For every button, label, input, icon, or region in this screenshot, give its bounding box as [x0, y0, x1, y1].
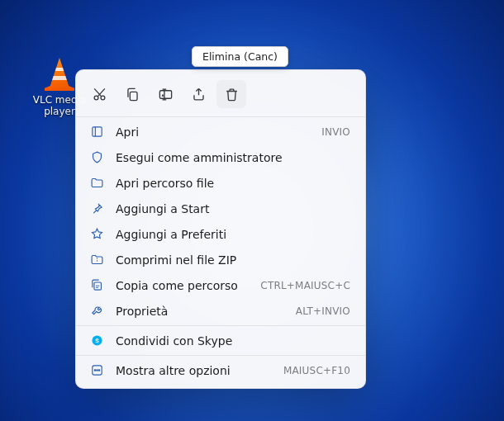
- menu-item-compress-zip[interactable]: Comprimi nel file ZIP: [76, 247, 365, 272]
- menu-item-label: Mostra altre opzioni: [116, 365, 272, 376]
- copy-path-icon: [89, 278, 104, 293]
- open-icon: [89, 125, 104, 140]
- menu-item-label: Comprimi nel file ZIP: [116, 254, 350, 266]
- svg-rect-4: [92, 127, 101, 136]
- share-icon: [191, 87, 207, 102]
- tooltip-text: Elimina (Canc): [202, 50, 278, 63]
- menu-item-pin-favorites[interactable]: Aggiungi a Preferiti: [76, 221, 365, 247]
- menu-item-shortcut: MAIUSC+F10: [283, 366, 350, 376]
- rename-icon: [158, 87, 174, 102]
- menu-item-label: Aggiungi a Start: [116, 203, 350, 215]
- menu-item-shortcut: INVIO: [321, 127, 350, 137]
- menu-item-run-admin[interactable]: Esegui come amministratore: [76, 144, 365, 170]
- tooltip-delete: Elimina (Canc): [192, 46, 288, 67]
- menu-item-shortcut: CTRL+MAIUSC+C: [260, 281, 350, 291]
- separator: [76, 116, 365, 117]
- delete-button[interactable]: [216, 80, 246, 108]
- menu-item-properties[interactable]: Proprietà ALT+INVIO: [76, 298, 365, 324]
- wrench-icon: [89, 304, 104, 319]
- vlc-cone-icon: [43, 58, 76, 91]
- menu-item-open-location[interactable]: Apri percorso file: [76, 170, 365, 196]
- menu-item-copy-as-path[interactable]: Copia come percorso CTRL+MAIUSC+C: [76, 272, 365, 298]
- svg-point-10: [98, 370, 99, 371]
- share-button[interactable]: [183, 80, 213, 108]
- quick-action-row: [76, 75, 365, 115]
- separator: [76, 325, 365, 326]
- menu-item-label: Condividi con Skype: [116, 335, 350, 347]
- svg-rect-3: [159, 90, 171, 98]
- svg-point-9: [96, 370, 97, 371]
- menu-item-label: Copia come percorso: [116, 280, 249, 291]
- cut-icon: [92, 87, 107, 102]
- copy-icon: [125, 87, 140, 102]
- menu-item-label: Apri: [116, 126, 310, 138]
- menu-item-label: Esegui come amministratore: [116, 152, 350, 163]
- menu-item-open[interactable]: Apri INVIO: [76, 119, 365, 144]
- context-menu: Apri INVIO Esegui come amministratore Ap…: [75, 69, 366, 389]
- folder-icon: [89, 176, 104, 191]
- more-icon: [89, 363, 104, 378]
- svg-point-8: [94, 370, 95, 371]
- menu-item-label: Proprietà: [116, 305, 284, 317]
- skype-icon: [89, 333, 104, 348]
- separator: [76, 355, 365, 356]
- delete-icon: [224, 87, 240, 102]
- shield-icon: [89, 150, 104, 165]
- zip-icon: [89, 253, 104, 267]
- menu-item-share-skype[interactable]: Condividi con Skype: [76, 328, 365, 353]
- menu-item-shortcut: ALT+INVIO: [296, 306, 350, 316]
- rename-button[interactable]: [150, 80, 180, 108]
- copy-button[interactable]: [117, 80, 147, 108]
- menu-item-pin-start[interactable]: Aggiungi a Start: [76, 196, 365, 221]
- menu-item-label: Aggiungi a Preferiti: [116, 229, 350, 240]
- pin-icon: [89, 201, 104, 216]
- menu-item-label: Apri percorso file: [116, 177, 350, 189]
- star-icon: [89, 227, 104, 242]
- svg-rect-2: [130, 92, 137, 100]
- menu-item-show-more[interactable]: Mostra altre opzioni MAIUSC+F10: [76, 357, 365, 383]
- cut-button[interactable]: [84, 80, 114, 108]
- desktop[interactable]: VLC media player Elimina (Canc): [0, 0, 504, 421]
